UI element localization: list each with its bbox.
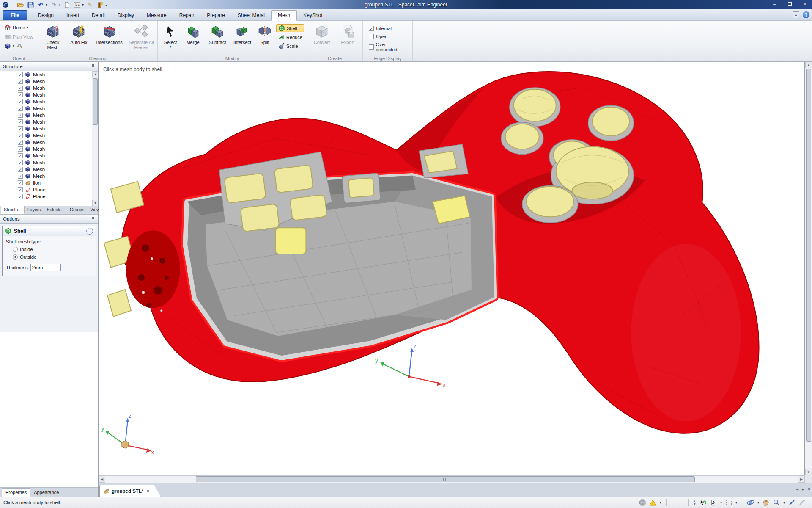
visibility-checkbox[interactable]: ✓ [18, 133, 23, 138]
spin-stepper-icon[interactable]: ▲▼ [693, 500, 696, 505]
visibility-checkbox[interactable]: ✓ [18, 119, 23, 124]
view-dropdown-icon[interactable]: ▾ [13, 44, 14, 48]
select-button[interactable]: Select ▾ [161, 23, 180, 55]
tree-item-mesh[interactable]: ✓Mesh [0, 159, 98, 166]
vertical-scrollbar[interactable]: ▲ ▼ [805, 62, 812, 475]
subtract-button[interactable]: Subtract [206, 23, 229, 55]
minimize-ribbon-icon[interactable]: ▲ [793, 11, 799, 18]
tree-item-mesh[interactable]: ✓Mesh [0, 78, 98, 85]
scroll-up-icon[interactable]: ▲ [805, 62, 812, 68]
tab-sheet-metal[interactable]: Sheet Metal [231, 11, 271, 20]
plan-view-button[interactable]: Plan View [3, 33, 35, 41]
tab-appearance[interactable]: Appearance [30, 489, 62, 497]
scroll-grip[interactable] [443, 478, 447, 481]
scroll-thumb[interactable] [93, 78, 98, 125]
tab-prepare[interactable]: Prepare [200, 11, 231, 20]
tree-item-mesh[interactable]: ✓Mesh [0, 139, 98, 146]
reduce-button[interactable]: Reduce [276, 33, 304, 41]
view-orientation-button[interactable]: ▾ [3, 42, 35, 50]
visibility-checkbox[interactable]: ✓ [18, 113, 23, 118]
over-connected-checkbox[interactable] [369, 44, 373, 50]
tab-file[interactable]: File [3, 10, 27, 20]
tab-display[interactable]: Display [111, 11, 140, 20]
spin-view-icon[interactable] [16, 43, 23, 50]
tree-item-lion[interactable]: ✓lion [0, 179, 98, 186]
image-dropdown-icon[interactable]: ▾ [82, 3, 84, 7]
select-tool-dropdown-icon[interactable]: ▾ [720, 501, 722, 505]
tree-item-mesh[interactable]: ✓Mesh [0, 71, 98, 78]
visibility-checkbox[interactable]: ✓ [18, 194, 23, 199]
tree-item-mesh[interactable]: ✓Mesh [0, 125, 98, 132]
minimize-button[interactable]: – [769, 1, 780, 8]
close-tab-icon[interactable]: × [808, 486, 810, 492]
tab-measure[interactable]: Measure [140, 11, 173, 20]
model-viewport[interactable]: z y x z y x Click a mesh body to shell. [99, 62, 805, 475]
auto-fix-button[interactable]: Auto Fix [67, 23, 91, 55]
open-checkbox-row[interactable]: Open [369, 34, 406, 39]
warnings-dropdown-icon[interactable]: ▾ [660, 501, 661, 505]
tab-layers[interactable]: Layers [25, 206, 44, 214]
tab-insert[interactable]: Insert [60, 11, 85, 20]
visibility-checkbox[interactable]: ✓ [18, 99, 23, 104]
close-button[interactable]: × [799, 1, 810, 8]
visibility-checkbox[interactable]: ✓ [18, 153, 23, 158]
scroll-up-icon[interactable]: ▲ [92, 71, 98, 77]
spin-orbit-icon[interactable] [747, 499, 754, 506]
inside-radio-row[interactable]: Inside [13, 247, 92, 252]
tree-item-mesh[interactable]: ✓Mesh [0, 98, 98, 105]
tree-item-mesh[interactable]: ✓Mesh [0, 85, 98, 91]
image-capture-icon[interactable] [73, 1, 81, 8]
thickness-input[interactable] [30, 264, 61, 271]
tree-item-mesh[interactable]: ✓Mesh [0, 146, 98, 152]
tree-item-mesh[interactable]: ✓Mesh [0, 105, 98, 112]
shell-button[interactable]: Shell [276, 24, 304, 32]
over-connected-checkbox-row[interactable]: Over-connected [369, 42, 406, 52]
prev-tab-icon[interactable]: ◂ [796, 486, 799, 492]
visibility-checkbox[interactable]: ✓ [18, 86, 23, 91]
tab-design[interactable]: Design [32, 11, 60, 20]
tree-item-mesh[interactable]: ✓Mesh [0, 132, 98, 139]
tab-properties[interactable]: Properties [2, 488, 30, 497]
maximize-button[interactable] [784, 1, 795, 8]
tree-item-mesh[interactable]: ✓Mesh [0, 119, 98, 125]
save-icon[interactable] [27, 1, 34, 8]
scroll-down-icon[interactable]: ▼ [805, 469, 812, 475]
merge-button[interactable]: Merge [181, 23, 205, 55]
pin-icon[interactable] [91, 216, 96, 222]
visibility-checkbox[interactable]: ✓ [18, 106, 23, 111]
tab-structure[interactable]: Structu... [1, 206, 25, 214]
scale-button[interactable]: Scale [276, 42, 304, 50]
intersect-button[interactable]: Intersect [230, 23, 255, 55]
check-mesh-button[interactable]: ? Check Mesh [41, 23, 65, 55]
scroll-left-icon[interactable]: ◀ [99, 476, 105, 483]
intersections-button[interactable]: Intersections [93, 23, 126, 55]
visibility-checkbox[interactable]: ✓ [18, 160, 23, 165]
zoom-out-arrow-icon[interactable] [798, 499, 806, 506]
new-document-icon[interactable] [63, 1, 71, 8]
internal-checkbox-row[interactable]: ✓ Internal [369, 26, 406, 31]
tab-keyshot[interactable]: KeyShot [297, 11, 329, 20]
visibility-checkbox[interactable]: ✓ [18, 92, 23, 97]
outside-radio[interactable] [13, 254, 18, 260]
tree-item-mesh[interactable]: ✓Mesh [0, 166, 98, 173]
tree-item-mesh[interactable]: ✓Mesh [0, 112, 98, 119]
tree-item-mesh[interactable]: ✓Mesh [0, 173, 98, 179]
visibility-checkbox[interactable]: ✓ [18, 72, 23, 77]
split-button[interactable]: Split [255, 23, 274, 55]
tab-groups[interactable]: Groups [67, 206, 87, 214]
convert-button[interactable]: Convert [310, 23, 334, 55]
box-select-dropdown-icon[interactable]: ▾ [735, 501, 737, 505]
toolbar-options-icon[interactable]: ▾ [105, 3, 107, 7]
controller-3d-model[interactable]: z y x z y x [99, 62, 804, 475]
close-document-icon[interactable]: × [146, 489, 149, 494]
app-logo-icon[interactable] [2, 1, 9, 8]
home-button[interactable]: Home▾ [3, 23, 35, 31]
horizontal-scrollbar[interactable]: ◀ ▶ [99, 475, 805, 483]
open-checkbox[interactable] [369, 34, 374, 39]
separate-all-pieces-button[interactable]: Separate All Pieces [128, 23, 154, 55]
sign-document-icon[interactable]: ✎ [86, 1, 94, 8]
warnings-icon[interactable]: ! [649, 499, 657, 506]
pan-hand-icon[interactable] [762, 499, 770, 506]
zoom-dropdown-icon[interactable]: ▾ [783, 501, 785, 505]
select-dropdown-icon[interactable]: ▾ [170, 45, 171, 49]
